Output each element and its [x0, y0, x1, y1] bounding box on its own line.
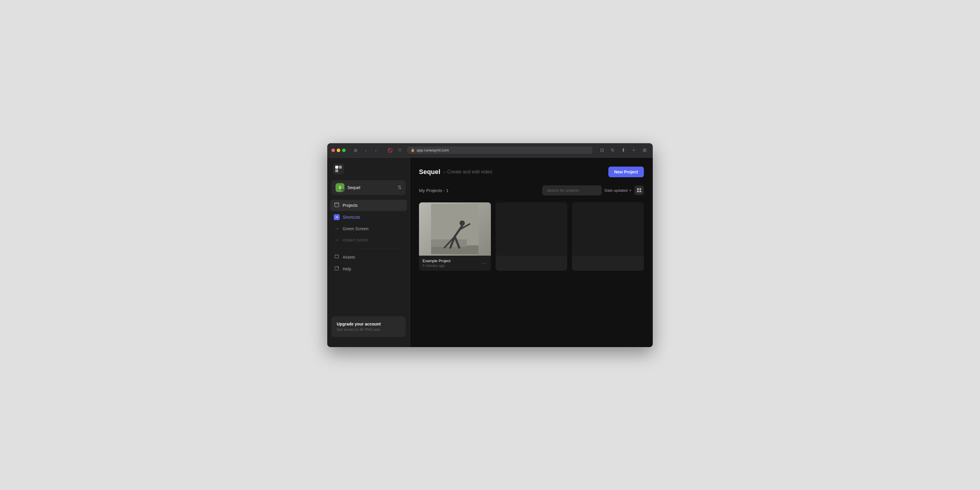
project-details: Example Project 5 minutes ago: [423, 259, 480, 268]
browser-window: ⊞ ‹ › 🚫 🛡 🔒 app.runwayml.com ⊡ ↻ ⬆ ＋ ⊞: [327, 143, 653, 347]
sort-label: Date updated: [605, 188, 628, 192]
workspace-icon: S Q: [336, 183, 344, 192]
shield-icon[interactable]: 🛡: [396, 146, 404, 154]
assets-icon: [334, 254, 340, 260]
sidebar-toggle-icon[interactable]: ⊞: [352, 146, 360, 154]
page-title: Sequel: [419, 168, 440, 176]
help-label: Help: [343, 267, 351, 271]
workspace-selector[interactable]: S Q Sequel ⇅: [331, 180, 406, 195]
search-input-wrapper: [542, 186, 601, 195]
traffic-lights: [331, 148, 345, 152]
sidebar-item-help[interactable]: Help: [330, 263, 407, 275]
project-time: 5 minutes ago: [423, 264, 480, 268]
project-card[interactable]: Example Project 5 minutes ago ···: [419, 202, 491, 271]
svg-rect-7: [640, 188, 641, 190]
reload-icon[interactable]: ↻: [608, 146, 617, 154]
project-thumbnail: [419, 202, 491, 256]
translate-icon[interactable]: ⊡: [598, 146, 606, 154]
page-header: Sequel – Create and edit video New Proje…: [419, 167, 644, 177]
browser-toolbar-actions: ⊡ ↻ ⬆ ＋ ⊞: [598, 146, 649, 154]
sidebar-item-shortcuts[interactable]: AI Shortcuts: [330, 212, 407, 223]
app-logo: [333, 164, 344, 174]
help-icon: [334, 266, 340, 272]
sort-dropdown[interactable]: Date updated ▾: [605, 188, 632, 192]
project-card-empty-1: [496, 202, 568, 271]
svg-rect-6: [637, 188, 639, 190]
app-container: S Q Sequel ⇅ Projects: [327, 158, 653, 347]
empty-thumbnail-2: [572, 202, 644, 256]
projects-icon: [334, 202, 340, 208]
green-screen-arrow-icon: →: [334, 226, 340, 231]
projects-count: My Projects - 1: [419, 188, 449, 193]
green-screen-label: Green Screen: [343, 226, 368, 231]
inpaint-arrow-icon: →: [334, 237, 340, 243]
sidebar-logo: [327, 164, 410, 180]
block-icon[interactable]: 🚫: [386, 146, 394, 154]
inpaint-label: Inpaint (soon): [343, 238, 368, 242]
workspace-left: S Q Sequel: [336, 183, 360, 192]
lock-icon: 🔒: [411, 148, 415, 152]
close-button[interactable]: [331, 148, 335, 152]
address-bar[interactable]: 🔒 app.runwayml.com: [407, 146, 592, 154]
sidebar-item-inpaint[interactable]: → Inpaint (soon): [330, 235, 407, 245]
project-menu-button[interactable]: ···: [480, 259, 487, 267]
projects-label: Projects: [343, 203, 358, 208]
shortcuts-ai-icon: AI: [334, 214, 340, 220]
search-input[interactable]: [542, 186, 601, 195]
tab-overview-icon[interactable]: ⊞: [640, 146, 649, 154]
sidebar-nav: Projects AI Shortcuts → Green Screen → I…: [327, 200, 410, 275]
project-name: Example Project: [423, 259, 480, 263]
workspace-name: Sequel: [347, 185, 360, 190]
project-card-empty-2: [572, 202, 644, 271]
svg-rect-1: [339, 166, 342, 169]
svg-rect-2: [335, 169, 338, 172]
sidebar-item-green-screen[interactable]: → Green Screen: [330, 223, 407, 234]
page-title-area: Sequel – Create and edit video: [419, 168, 492, 176]
sidebar: S Q Sequel ⇅ Projects: [327, 158, 410, 347]
main-content: Sequel – Create and edit video New Proje…: [410, 158, 653, 347]
svg-rect-8: [637, 191, 639, 192]
sidebar-footer: Upgrade your account Get access to 4K PN…: [327, 312, 410, 341]
forward-button[interactable]: ›: [372, 146, 380, 154]
svg-rect-0: [335, 166, 338, 169]
back-button[interactable]: ‹: [361, 146, 370, 154]
shortcuts-label: Shortcuts: [343, 215, 360, 220]
browser-chrome: ⊞ ‹ › 🚫 🛡 🔒 app.runwayml.com ⊡ ↻ ⬆ ＋ ⊞: [327, 143, 653, 158]
svg-rect-9: [640, 191, 641, 192]
grid-view-button[interactable]: [635, 186, 644, 195]
assets-label: Assets: [343, 255, 355, 259]
maximize-button[interactable]: [342, 148, 345, 152]
new-tab-icon[interactable]: ＋: [630, 146, 638, 154]
page-subtitle: – Create and edit video: [443, 169, 492, 175]
sort-chevron-icon: ▾: [629, 188, 632, 192]
share-icon[interactable]: ⬆: [619, 146, 627, 154]
upgrade-title: Upgrade your account: [337, 321, 400, 326]
projects-grid: Example Project 5 minutes ago ···: [419, 202, 644, 271]
toolbar-right: Date updated ▾: [542, 186, 644, 195]
workspace-chevron-icon: ⇅: [398, 185, 401, 190]
browser-nav-controls: ⊞ ‹ ›: [352, 146, 380, 154]
svg-rect-3: [335, 203, 339, 207]
project-info: Example Project 5 minutes ago ···: [419, 256, 491, 271]
new-project-button[interactable]: New Project: [608, 167, 644, 177]
sidebar-item-assets[interactable]: Assets: [330, 251, 407, 263]
upgrade-desc: Get access to 4K PNG and...: [337, 328, 400, 332]
extension-icons: 🚫 🛡: [386, 146, 404, 154]
minimize-button[interactable]: [337, 148, 340, 152]
project-image: [419, 202, 491, 256]
sidebar-item-projects[interactable]: Projects: [330, 200, 407, 211]
empty-thumbnail-1: [496, 202, 568, 256]
url-text: app.runwayml.com: [417, 148, 449, 153]
upgrade-card[interactable]: Upgrade your account Get access to 4K PN…: [331, 316, 406, 337]
projects-toolbar: My Projects - 1 Date updated ▾: [419, 186, 644, 195]
